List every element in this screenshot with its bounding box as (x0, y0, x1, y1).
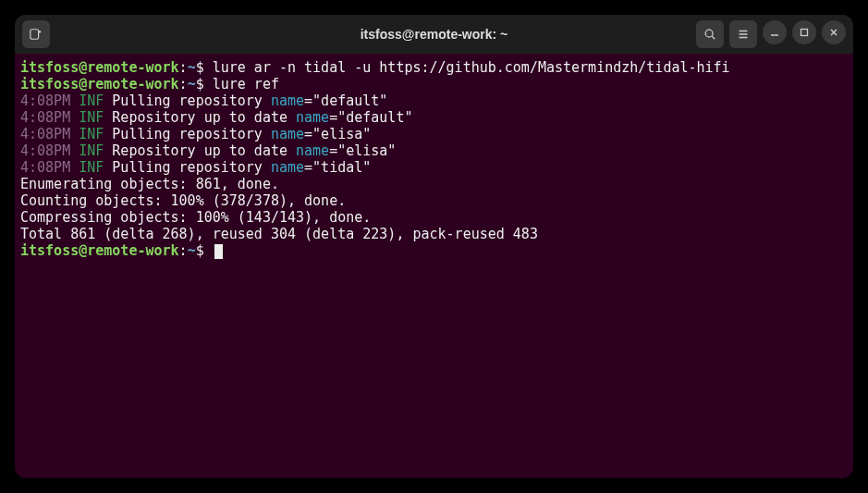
svg-point-1 (705, 30, 713, 37)
output-line: Compressing objects: 100% (143/143), don… (20, 209, 848, 226)
prompt-dollar: $ (196, 76, 213, 92)
log-time: 4:08PM (20, 159, 70, 176)
prompt-colon: : (179, 76, 188, 92)
svg-line-2 (712, 36, 715, 39)
command-line: itsfoss@remote-work:~$ lure ar -n tidal … (20, 59, 848, 76)
output-line: Enumerating objects: 861, done. (20, 176, 848, 192)
log-time: 4:08PM (20, 92, 70, 109)
close-button[interactable] (822, 20, 846, 44)
prompt-path: ~ (188, 59, 196, 76)
log-key: name (271, 126, 304, 142)
log-time: 4:08PM (20, 126, 70, 142)
window-title: itsfoss@remote-work: ~ (361, 27, 508, 42)
new-tab-button[interactable] (22, 20, 50, 48)
log-time: 4:08PM (20, 109, 70, 126)
search-icon (703, 28, 716, 41)
command-text: lure ar -n tidal -u https://github.com/M… (213, 59, 730, 76)
log-message: Repository up to date (112, 142, 296, 159)
prompt-user: itsfoss@remote-work (20, 59, 179, 76)
prompt-dollar: $ (196, 59, 213, 76)
maximize-icon (799, 27, 810, 38)
log-message: Repository up to date (112, 109, 296, 126)
search-button[interactable] (696, 20, 724, 48)
minimize-button[interactable] (763, 20, 787, 44)
minimize-icon (769, 27, 780, 38)
log-line: 4:08PM INF Pulling repository name="elis… (20, 126, 848, 142)
log-level: INF (79, 92, 104, 109)
log-key: name (296, 109, 329, 126)
maximize-button[interactable] (792, 20, 816, 44)
log-value: ="tidal" (304, 159, 371, 176)
output-line: Total 861 (delta 268), reused 304 (delta… (20, 226, 848, 242)
prompt-dollar: $ (196, 242, 213, 259)
command-text: lure ref (213, 76, 279, 92)
log-level: INF (79, 159, 104, 176)
prompt-line: itsfoss@remote-work:~$ (20, 242, 848, 259)
log-message: Pulling repository (112, 92, 271, 109)
titlebar: itsfoss@remote-work: ~ (15, 15, 853, 54)
log-key: name (271, 92, 304, 109)
log-line: 4:08PM INF Pulling repository name="defa… (20, 92, 848, 109)
menu-button[interactable] (729, 20, 757, 48)
log-key: name (271, 159, 304, 176)
log-line: 4:08PM INF Repository up to date name="d… (20, 109, 848, 126)
terminal-window: itsfoss@remote-work: ~ (15, 15, 853, 478)
hamburger-icon (737, 28, 750, 41)
cursor (214, 244, 223, 259)
log-line: 4:08PM INF Pulling repository name="tida… (20, 159, 848, 176)
log-level: INF (79, 126, 104, 142)
log-message: Pulling repository (112, 126, 271, 142)
terminal-body[interactable]: itsfoss@remote-work:~$ lure ar -n tidal … (15, 54, 853, 478)
svg-rect-0 (31, 30, 39, 40)
log-value: ="elisa" (329, 142, 396, 159)
prompt-user: itsfoss@remote-work (20, 76, 179, 92)
log-value: ="default" (329, 109, 412, 126)
svg-rect-7 (801, 30, 808, 36)
log-value: ="elisa" (304, 126, 371, 142)
prompt-colon: : (179, 242, 188, 259)
log-level: INF (79, 109, 104, 126)
output-line: Counting objects: 100% (378/378), done. (20, 192, 848, 209)
prompt-path: ~ (188, 76, 196, 92)
log-level: INF (79, 142, 104, 159)
close-icon (828, 27, 839, 38)
new-tab-icon (30, 28, 43, 41)
log-time: 4:08PM (20, 142, 70, 159)
log-value: ="default" (304, 92, 387, 109)
log-message: Pulling repository (112, 159, 271, 176)
command-line: itsfoss@remote-work:~$ lure ref (20, 76, 848, 92)
log-key: name (296, 142, 329, 159)
log-line: 4:08PM INF Repository up to date name="e… (20, 142, 848, 159)
prompt-path: ~ (188, 242, 196, 259)
prompt-user: itsfoss@remote-work (20, 242, 179, 259)
prompt-colon: : (179, 59, 188, 76)
